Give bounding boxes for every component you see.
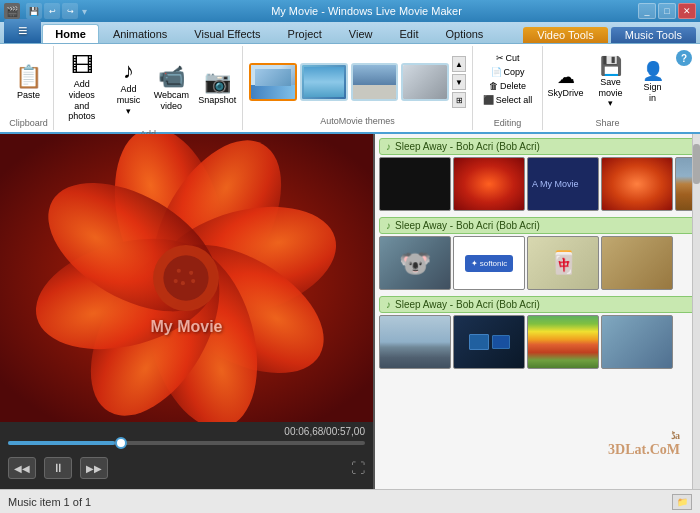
frame-extra-2-4[interactable]: [601, 236, 673, 290]
delete-btn[interactable]: 🗑 Delete: [486, 80, 529, 92]
add-group: 🎞 Add videosand photos ♪ Addmusic ▾ 📹 We…: [54, 46, 243, 130]
section-2-label: Sleep Away - Bob Acri (Bob Acri): [395, 220, 540, 231]
theme-3[interactable]: [351, 63, 399, 101]
tab-view[interactable]: View: [336, 24, 386, 43]
frame-title-text: A My Movie: [532, 179, 579, 189]
frame-softonic[interactable]: ✦softonic: [453, 236, 525, 290]
scrollbar-track[interactable]: [692, 134, 700, 489]
tab-music-tools[interactable]: Music Tools: [611, 27, 696, 43]
close-btn[interactable]: ✕: [678, 3, 696, 19]
delete-icon: 🗑: [489, 81, 498, 91]
paste-button[interactable]: 📋 Paste: [10, 63, 48, 103]
add-videos-button[interactable]: 🎞 Add videosand photos: [57, 52, 107, 125]
window-title: My Movie - Windows Live Movie Maker: [95, 5, 638, 17]
watermark: ڈa 3DLat.CoM: [608, 430, 680, 459]
share-items: ☁ SkyDrive 💾 Savemovie ▾ 👤 Signin: [544, 48, 672, 114]
progress-fill: [8, 441, 115, 445]
help-button[interactable]: ?: [676, 50, 692, 66]
themes-down-btn[interactable]: ▼: [452, 74, 466, 90]
themes-more-btn[interactable]: ⊞: [452, 92, 466, 108]
webcam-video-button[interactable]: 📹 Webcamvideo: [151, 63, 193, 115]
frame-black-1[interactable]: [379, 157, 451, 211]
frame-koala[interactable]: 🐨: [379, 236, 451, 290]
app-menu-btn[interactable]: ≡: [4, 19, 41, 43]
skydrive-button[interactable]: ☁ SkyDrive: [544, 65, 588, 101]
playback-controls: ◀◀ ⏸ ▶▶: [8, 453, 108, 483]
window-controls: _ □ ✕: [638, 3, 696, 19]
flower-image: [0, 134, 373, 422]
undo-quick-btn[interactable]: ↩: [44, 3, 60, 19]
save-quick-btn[interactable]: 💾: [26, 3, 42, 19]
editing-group: ✂ Cut 📄 Copy 🗑 Delete ⬛ Select all Editi…: [473, 46, 543, 130]
editing-label: Editing: [494, 114, 522, 128]
frame-flower-1[interactable]: [453, 157, 525, 211]
clipboard-label: Clipboard: [9, 114, 48, 128]
save-movie-button[interactable]: 💾 Savemovie ▾: [591, 54, 631, 112]
story-section-1: ♪ Sleep Away - Bob Acri (Bob Acri) A My …: [379, 138, 696, 211]
svg-point-10: [163, 255, 208, 300]
music-note-section-1: ♪: [386, 141, 391, 152]
tab-home[interactable]: Home: [42, 24, 99, 43]
theme-1[interactable]: [249, 63, 297, 101]
forward-btn[interactable]: ▶▶: [80, 457, 108, 479]
themes-up-btn[interactable]: ▲: [452, 56, 466, 72]
add-items: 🎞 Add videosand photos ♪ Addmusic ▾ 📹 We…: [57, 48, 239, 125]
minimize-btn[interactable]: _: [638, 3, 656, 19]
softonic-badge: ✦softonic: [465, 255, 514, 272]
tab-options[interactable]: Options: [432, 24, 496, 43]
story-section-3: ♪ Sleep Away - Bob Acri (Bob Acri): [379, 296, 696, 369]
copy-btn[interactable]: 📄 Copy: [488, 66, 528, 78]
frame-dome[interactable]: [379, 315, 451, 369]
frame-sign[interactable]: 🀄: [527, 236, 599, 290]
tab-video-tools[interactable]: Video Tools: [523, 27, 607, 43]
tab-edit[interactable]: Edit: [386, 24, 431, 43]
theme-4[interactable]: [401, 63, 449, 101]
frame-orange-1[interactable]: [601, 157, 673, 211]
tab-project[interactable]: Project: [275, 24, 335, 43]
webcam-icon: 📹: [158, 66, 185, 88]
section-1-header: ♪ Sleep Away - Bob Acri (Bob Acri): [379, 138, 696, 155]
section-2-header: ♪ Sleep Away - Bob Acri (Bob Acri): [379, 217, 696, 234]
select-all-btn[interactable]: ✂ Cut: [493, 52, 523, 64]
snapshot-button[interactable]: 📷 Snapshot: [195, 68, 239, 109]
svg-point-13: [181, 281, 185, 285]
add-music-button[interactable]: ♪ Addmusic ▾: [110, 57, 148, 119]
maximize-btn[interactable]: □: [658, 3, 676, 19]
rewind-btn[interactable]: ◀◀: [8, 457, 36, 479]
frame-monitors[interactable]: [453, 315, 525, 369]
main-tabs: ≡ Home Animations Visual Effects Project…: [4, 19, 497, 43]
monitor-2: [492, 335, 510, 349]
tab-visual-effects[interactable]: Visual Effects: [181, 24, 273, 43]
context-tabs: Video Tools Music Tools: [523, 27, 700, 43]
svg-point-11: [177, 269, 181, 273]
frame-title-1[interactable]: A My Movie: [527, 157, 599, 211]
frame-tulips[interactable]: [527, 315, 599, 369]
editing-items: ✂ Cut 📄 Copy 🗑 Delete ⬛ Select all: [480, 48, 536, 114]
clipboard-group: 📋 Paste Clipboard: [4, 46, 54, 130]
status-bar: Music item 1 of 1 📁: [0, 489, 700, 513]
tab-animations[interactable]: Animations: [100, 24, 180, 43]
themes-group: ▲ ▼ ⊞ AutoMovie themes: [243, 46, 473, 130]
music-note-section-2: ♪: [386, 220, 391, 231]
themes-scroll-btns: ▲ ▼ ⊞: [452, 56, 466, 108]
status-folder-btn[interactable]: 📁: [672, 494, 692, 510]
themes-container: ▲ ▼ ⊞: [249, 50, 466, 114]
themes-label: AutoMovie themes: [249, 116, 466, 126]
select-all-ribbon-btn[interactable]: ⬛ Select all: [480, 94, 536, 106]
sign-in-button[interactable]: 👤 Signin: [634, 59, 672, 107]
scrollbar-thumb[interactable]: [693, 144, 700, 184]
status-right: 📁: [672, 494, 692, 510]
section-2-frames: 🐨 ✦softonic 🀄: [379, 236, 696, 290]
music-note-icon: ♪: [123, 60, 134, 82]
section-3-header: ♪ Sleep Away - Bob Acri (Bob Acri): [379, 296, 696, 313]
redo-quick-btn[interactable]: ↪: [62, 3, 78, 19]
progress-bar[interactable]: [8, 441, 365, 445]
frame-extra-3-4[interactable]: [601, 315, 673, 369]
pause-btn[interactable]: ⏸: [44, 457, 72, 479]
fullscreen-btn[interactable]: ⛶: [351, 460, 365, 476]
progress-thumb[interactable]: [115, 437, 127, 449]
theme-2[interactable]: [300, 63, 348, 101]
story-section-2: ♪ Sleep Away - Bob Acri (Bob Acri) 🐨 ✦so…: [379, 217, 696, 290]
help-area: ?: [672, 46, 696, 130]
monitor-1: [469, 334, 489, 350]
